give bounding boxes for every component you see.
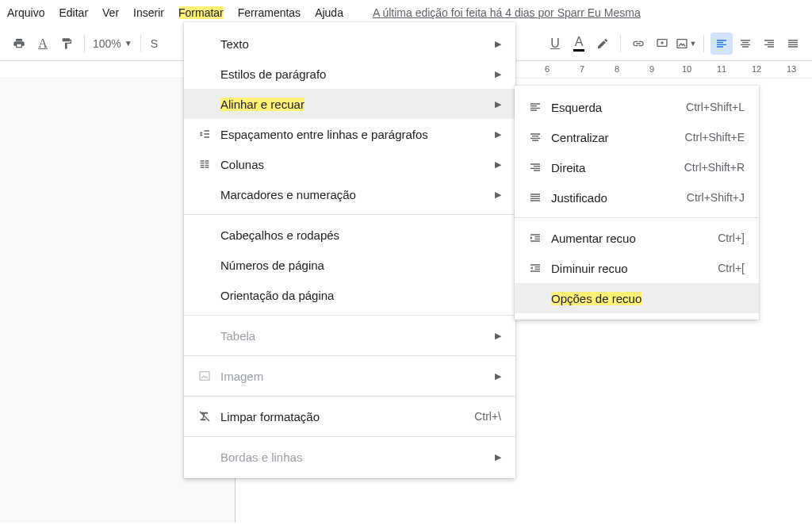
- text-color-button[interactable]: A: [568, 33, 590, 55]
- submenu-item-opcoes-recuo[interactable]: Opções de recuo: [515, 283, 759, 313]
- menu-item-alinhar-recuar[interactable]: Alinhar e recuar ▶: [184, 89, 515, 119]
- submenu-item-centralizar[interactable]: Centralizar Ctrl+Shift+E: [515, 122, 759, 152]
- menu-shortcut: Ctrl+]: [718, 232, 745, 244]
- decrease-indent-icon: [529, 262, 551, 274]
- menu-shortcut: Ctrl+Shift+J: [687, 191, 745, 204]
- submenu-item-justificado[interactable]: Justificado Ctrl+Shift+J: [515, 182, 759, 213]
- submenu-arrow-icon: ▶: [495, 371, 501, 381]
- ruler-mark: 9: [649, 64, 654, 74]
- menu-separator: [515, 217, 759, 218]
- menu-shortcut: Ctrl+Shift+L: [686, 101, 745, 113]
- menu-separator: [184, 315, 515, 316]
- menu-item-orientacao[interactable]: Orientação da página: [184, 280, 515, 310]
- menu-item-limpar-formatacao[interactable]: Limpar formatação Ctrl+\: [184, 401, 515, 431]
- align-justify-button[interactable]: [782, 33, 804, 55]
- print-icon[interactable]: [8, 33, 30, 55]
- spellcheck-icon[interactable]: A: [32, 33, 54, 55]
- submenu-arrow-icon: ▶: [495, 452, 501, 462]
- last-edit-link[interactable]: A última edição foi feita há 4 dias por …: [373, 6, 641, 19]
- menu-ferramentas[interactable]: Ferramentas: [231, 3, 308, 22]
- submenu-item-aumentar-recuo[interactable]: Aumentar recuo Ctrl+]: [515, 223, 759, 253]
- insert-link-button[interactable]: [627, 33, 649, 55]
- submenu-arrow-icon: ▶: [495, 99, 501, 109]
- submenu-arrow-icon: ▶: [495, 129, 501, 140]
- line-spacing-icon: [198, 128, 220, 140]
- menu-separator: [184, 214, 515, 215]
- menu-ver[interactable]: Ver: [95, 3, 126, 22]
- align-left-button[interactable]: [710, 33, 733, 55]
- menu-item-espacamento[interactable]: Espaçamento entre linhas e parágrafos ▶: [184, 119, 515, 149]
- submenu-arrow-icon: ▶: [495, 39, 501, 49]
- menu-separator: [184, 355, 515, 356]
- align-right-icon: [529, 161, 551, 174]
- insert-comment-button[interactable]: [651, 33, 673, 55]
- toolbar-separator: [620, 35, 621, 52]
- ruler-mark: 10: [682, 64, 691, 74]
- highlight-button[interactable]: [592, 33, 614, 55]
- menu-shortcut: Ctrl+[: [718, 262, 745, 274]
- menu-item-estilos-paragrafo[interactable]: Estilos de parágrafo ▶: [184, 59, 515, 89]
- clear-format-icon: [198, 410, 220, 423]
- ruler-mark: 6: [545, 64, 550, 74]
- toolbar-separator: [140, 35, 141, 52]
- menu-separator: [184, 436, 515, 437]
- increase-indent-icon: [529, 232, 551, 244]
- align-left-icon: [529, 101, 551, 113]
- toolbar-separator: [703, 35, 704, 52]
- toolbar-separator: [84, 35, 85, 52]
- menu-shortcut: Ctrl+Shift+E: [685, 131, 745, 144]
- menu-arquivo[interactable]: Arquivo: [0, 3, 52, 22]
- align-indent-submenu: Esquerda Ctrl+Shift+L Centralizar Ctrl+S…: [515, 86, 759, 320]
- menu-item-numeros-pagina[interactable]: Números de página: [184, 250, 515, 280]
- align-justify-icon: [529, 191, 551, 204]
- insert-image-button[interactable]: ▼: [675, 33, 697, 55]
- image-icon: [198, 370, 220, 382]
- underline-button[interactable]: U: [544, 33, 566, 55]
- submenu-item-diminuir-recuo[interactable]: Diminuir recuo Ctrl+[: [515, 253, 759, 283]
- menu-shortcut: Ctrl+\: [474, 410, 501, 423]
- submenu-arrow-icon: ▶: [495, 69, 501, 79]
- zoom-selector[interactable]: 100% ▼: [91, 37, 134, 50]
- ruler-mark: 13: [787, 64, 796, 74]
- menu-item-marcadores[interactable]: Marcadores e numeração ▶: [184, 179, 515, 209]
- submenu-arrow-icon: ▶: [495, 159, 501, 170]
- svg-rect-1: [677, 39, 687, 48]
- menu-item-cabecalhos[interactable]: Cabeçalhos e rodapés: [184, 220, 515, 250]
- paint-format-icon[interactable]: [56, 33, 78, 55]
- submenu-item-direita[interactable]: Direita Ctrl+Shift+R: [515, 152, 759, 182]
- menu-inserir[interactable]: Inserir: [126, 3, 171, 22]
- svg-rect-2: [200, 372, 209, 381]
- columns-icon: [198, 158, 220, 171]
- caret-down-icon: ▼: [124, 39, 132, 48]
- submenu-arrow-icon: ▶: [495, 190, 501, 200]
- align-center-button[interactable]: [734, 33, 756, 55]
- ruler-mark: 7: [580, 64, 584, 74]
- menu-item-imagem: Imagem ▶: [184, 361, 515, 391]
- ruler-mark: 11: [717, 64, 726, 74]
- menu-editar[interactable]: Editar: [52, 3, 95, 22]
- ruler-mark: 8: [615, 64, 619, 74]
- align-center-icon: [529, 131, 551, 144]
- menu-formatar[interactable]: Formatar: [171, 3, 231, 22]
- menu-separator: [184, 396, 515, 397]
- menu-item-colunas[interactable]: Colunas ▶: [184, 149, 515, 179]
- menu-ajuda[interactable]: Ajuda: [308, 3, 350, 22]
- submenu-arrow-icon: ▶: [495, 331, 501, 341]
- menu-shortcut: Ctrl+Shift+R: [684, 161, 745, 174]
- menu-item-texto[interactable]: Texto ▶: [184, 29, 515, 59]
- paragraph-style-selector[interactable]: S: [147, 37, 161, 50]
- menu-item-bordas: Bordas e linhas ▶: [184, 442, 515, 472]
- ruler-mark: 12: [752, 64, 761, 74]
- align-right-button[interactable]: [758, 33, 780, 55]
- format-dropdown: Texto ▶ Estilos de parágrafo ▶ Alinhar e…: [184, 22, 515, 478]
- menu-item-tabela: Tabela ▶: [184, 320, 515, 351]
- submenu-item-esquerda[interactable]: Esquerda Ctrl+Shift+L: [515, 92, 759, 122]
